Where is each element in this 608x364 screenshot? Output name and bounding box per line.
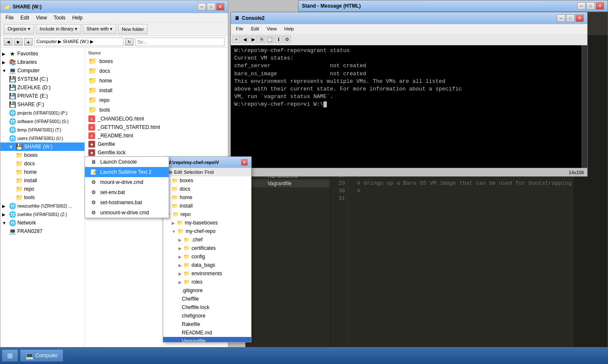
- close-button[interactable]: ✕: [596, 2, 604, 10]
- context-set-hostnames[interactable]: ⚙ set-hostnames.bat: [85, 197, 169, 208]
- file-gemfile[interactable]: ◆ Gemfile: [87, 140, 226, 148]
- console-tb-back[interactable]: ◀: [241, 36, 249, 43]
- newzuehlke-item[interactable]: ▶ 🌐 newzuehlke (\\ZRHFS002) ...: [0, 202, 85, 210]
- zuehlke-toggle[interactable]: ▶: [2, 212, 7, 217]
- console-menu-file[interactable]: File: [233, 25, 247, 32]
- taskbar-computer[interactable]: 💻 Computer: [20, 349, 63, 362]
- fp-chef[interactable]: ▶ 📁 .chef: [163, 235, 251, 244]
- console-menu-view[interactable]: View: [263, 25, 280, 32]
- sidebar-vagrantfile[interactable]: Vagrantfile: [246, 180, 330, 187]
- share-home-item[interactable]: 📁 home: [0, 168, 85, 176]
- network-toggle[interactable]: ▼: [2, 221, 7, 225]
- fp-config[interactable]: ▶ 📁 config: [163, 252, 251, 261]
- menu-help[interactable]: Help: [69, 14, 86, 22]
- drive-w-item[interactable]: ▼ 💾 SHARE (W:): [0, 142, 85, 151]
- share-docs-item[interactable]: 📁 docs: [0, 159, 85, 168]
- fp-menu-find[interactable]: Find: [205, 170, 214, 175]
- fp-data-bags[interactable]: ▶ 📁 data_bags: [163, 261, 251, 269]
- console-tb-info[interactable]: ℹ: [275, 36, 282, 43]
- share-boxes-item[interactable]: 📁 boxes: [0, 151, 85, 159]
- minimize-button[interactable]: ─: [577, 2, 586, 10]
- file-gemfile-lock[interactable]: ◆ Gemfile.lock: [87, 148, 226, 157]
- context-set-env[interactable]: ⚙ set-env.bat: [85, 187, 169, 197]
- file-boxes[interactable]: 📁 boxes: [87, 56, 226, 66]
- fp-docs[interactable]: ▶ 📁 docs: [163, 185, 251, 193]
- organize-button[interactable]: Organize ▾: [4, 24, 34, 34]
- console-tb-new[interactable]: +: [233, 36, 240, 43]
- drive-f-item[interactable]: 💾 SHARE (F:): [0, 100, 85, 109]
- share-install-item[interactable]: 📁 install: [0, 176, 85, 185]
- drive-e-item[interactable]: 💾 PRIVATE (E:): [0, 92, 85, 100]
- console-tb-forward[interactable]: ▶: [249, 36, 257, 43]
- context-launch-sublime[interactable]: 📝 Launch Sublime Text 2: [85, 167, 169, 177]
- favorites-item[interactable]: ▶ ★ Favorites: [0, 49, 85, 58]
- drive-w-toggle[interactable]: ▼: [9, 145, 14, 149]
- console-close[interactable]: ✕: [575, 14, 584, 22]
- fp-environments[interactable]: ▶ 📁 environments: [163, 269, 251, 278]
- favorites-toggle[interactable]: ▶: [2, 52, 7, 56]
- computer-toggle[interactable]: ▼: [2, 68, 7, 73]
- menu-edit[interactable]: Edit: [17, 14, 33, 22]
- fp-home[interactable]: ▶ 📁 home: [163, 193, 251, 202]
- fp-gitignore[interactable]: .gitignore: [163, 286, 251, 295]
- zuehlke-item[interactable]: ▶ 🌐 zuehlke (\\FRAFS001) (Z:): [0, 210, 85, 219]
- libraries-item[interactable]: ▶ 📚 Libraries: [0, 58, 85, 66]
- fp-readme-md[interactable]: README.md: [163, 328, 251, 337]
- file-getting-started[interactable]: e _GETTING_STARTED.html: [87, 123, 226, 131]
- fp-menu-edit[interactable]: Edit: [174, 170, 182, 175]
- console-restore[interactable]: □: [566, 14, 575, 22]
- network-item[interactable]: ▼ 🌐 Network: [0, 219, 85, 227]
- drive-d-item[interactable]: 💾 ZUEHLKE (D:): [0, 83, 85, 92]
- up-button[interactable]: ▲: [24, 38, 33, 46]
- fp-rakefile[interactable]: Rakefile: [163, 320, 251, 328]
- context-launch-console[interactable]: 🖥 Launch Console: [85, 157, 169, 167]
- address-input[interactable]: [34, 38, 123, 46]
- drive-s-item[interactable]: 🌐 software (\\FRAFS001) (S:): [0, 117, 85, 126]
- fp-roles[interactable]: ▶ 📁 roles: [163, 278, 251, 286]
- fp-cheffile[interactable]: Cheffile: [163, 295, 251, 303]
- console-scrollbar[interactable]: [581, 45, 587, 168]
- console-menu-edit[interactable]: Edit: [248, 25, 263, 32]
- fp-install[interactable]: ▶ 📁 install: [163, 202, 251, 210]
- file-readme[interactable]: e _README.html: [87, 131, 226, 140]
- menu-tools[interactable]: Tools: [50, 14, 69, 22]
- drive-p-item[interactable]: 🌐 projects (\\FRAFS001) (P:): [0, 109, 85, 117]
- refresh-button[interactable]: ↻: [125, 38, 134, 46]
- explorer-minimize[interactable]: ─: [197, 3, 206, 11]
- fp-cheffile-lock[interactable]: Cheffile.lock: [163, 303, 251, 312]
- fp-certificates[interactable]: ▶ 📁 certificates: [163, 244, 251, 252]
- file-home[interactable]: 📁 home: [87, 76, 226, 85]
- fp-chefignore[interactable]: chefignore: [163, 312, 251, 320]
- file-tools[interactable]: 📁 tools: [87, 105, 226, 115]
- file-docs[interactable]: 📁 docs: [87, 66, 226, 76]
- computer-item[interactable]: ▼ 💻 Computer: [0, 66, 85, 75]
- libraries-toggle[interactable]: ▶: [2, 60, 7, 65]
- search-input[interactable]: [135, 38, 225, 46]
- menu-view[interactable]: View: [33, 14, 50, 22]
- drive-t-item[interactable]: 🌐 temp (\\FRAFS001) (T:): [0, 126, 85, 134]
- console-tb-copy[interactable]: ⎘: [258, 36, 266, 43]
- fp-menu-selection[interactable]: Selection: [184, 170, 203, 175]
- fp-my-chef-repo[interactable]: ▼ 📁 my-chef-repo: [163, 227, 251, 235]
- file-repo[interactable]: 📁 repo: [87, 95, 226, 105]
- newzuehlke-toggle[interactable]: ▶: [2, 204, 7, 208]
- file-popup-close[interactable]: ✕: [241, 159, 248, 166]
- file-install[interactable]: 📁 install: [87, 85, 226, 95]
- fp-vagrantfile[interactable]: Vagrantfile: [163, 337, 251, 342]
- share-with-button[interactable]: Share with ▾: [83, 24, 116, 34]
- context-mount-cmd[interactable]: ⚙ mount-w-drive.cmd: [85, 177, 169, 187]
- console-tb-paste[interactable]: 📋: [266, 36, 274, 43]
- restore-button[interactable]: □: [586, 2, 595, 10]
- file-changelog[interactable]: e _CHANGELOG.html: [87, 115, 226, 123]
- context-unmount-cmd[interactable]: ⚙ unmount-w-drive.cmd: [85, 208, 169, 218]
- share-tools-item[interactable]: 📁 tools: [0, 193, 85, 202]
- console-menu-help[interactable]: Help: [281, 25, 297, 32]
- taskbar-start[interactable]: ⊞: [2, 349, 18, 362]
- drive-c-item[interactable]: 💾 SYSTEM (C:): [0, 75, 85, 83]
- new-folder-button[interactable]: New folder: [118, 24, 148, 34]
- fp-boxes[interactable]: ▶ 📁 boxes: [163, 176, 251, 185]
- console-tb-settings[interactable]: ⚙: [283, 36, 291, 43]
- share-repo-item[interactable]: 📁 repo: [0, 185, 85, 193]
- explorer-close[interactable]: ✕: [216, 3, 225, 11]
- menu-file[interactable]: File: [2, 14, 17, 22]
